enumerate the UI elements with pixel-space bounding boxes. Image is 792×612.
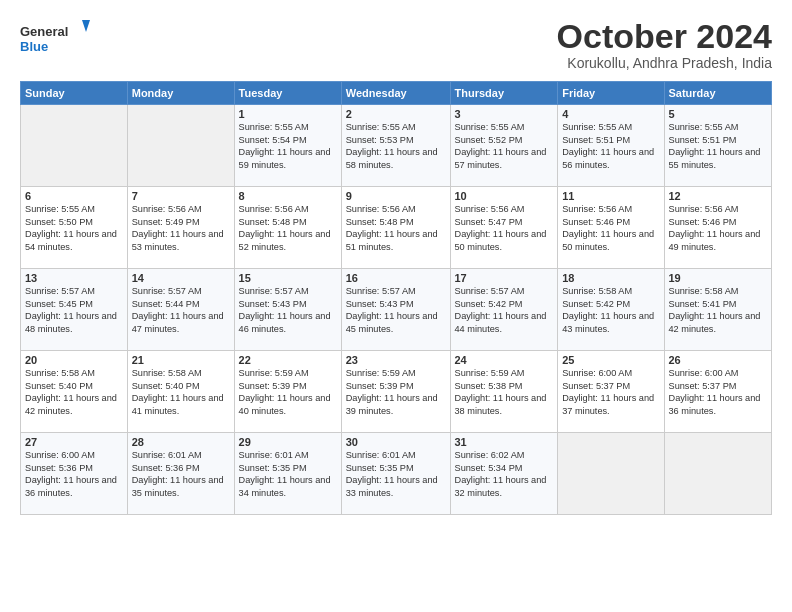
day-number: 15 [239,272,337,284]
day-info: Sunrise: 5:56 AMSunset: 5:46 PMDaylight:… [562,203,659,253]
day-info: Sunrise: 5:57 AMSunset: 5:44 PMDaylight:… [132,285,230,335]
calendar-cell: 26Sunrise: 6:00 AMSunset: 5:37 PMDayligh… [664,351,772,433]
day-info: Sunrise: 5:58 AMSunset: 5:41 PMDaylight:… [669,285,768,335]
day-info: Sunrise: 5:55 AMSunset: 5:50 PMDaylight:… [25,203,123,253]
calendar-week-row: 13Sunrise: 5:57 AMSunset: 5:45 PMDayligh… [21,269,772,351]
calendar-cell [558,433,664,515]
col-wednesday: Wednesday [341,82,450,105]
calendar-cell: 22Sunrise: 5:59 AMSunset: 5:39 PMDayligh… [234,351,341,433]
day-number: 1 [239,108,337,120]
calendar-cell: 7Sunrise: 5:56 AMSunset: 5:49 PMDaylight… [127,187,234,269]
title-block: October 2024 Korukollu, Andhra Pradesh, … [557,18,772,71]
day-info: Sunrise: 5:58 AMSunset: 5:40 PMDaylight:… [25,367,123,417]
calendar-week-row: 27Sunrise: 6:00 AMSunset: 5:36 PMDayligh… [21,433,772,515]
col-thursday: Thursday [450,82,558,105]
calendar-cell: 8Sunrise: 5:56 AMSunset: 5:48 PMDaylight… [234,187,341,269]
header: General Blue October 2024 Korukollu, And… [20,18,772,71]
day-number: 28 [132,436,230,448]
svg-marker-2 [82,20,90,32]
day-info: Sunrise: 5:56 AMSunset: 5:48 PMDaylight:… [346,203,446,253]
day-number: 22 [239,354,337,366]
calendar-table: Sunday Monday Tuesday Wednesday Thursday… [20,81,772,515]
calendar-cell: 10Sunrise: 5:56 AMSunset: 5:47 PMDayligh… [450,187,558,269]
calendar-cell: 28Sunrise: 6:01 AMSunset: 5:36 PMDayligh… [127,433,234,515]
day-number: 19 [669,272,768,284]
day-info: Sunrise: 6:01 AMSunset: 5:35 PMDaylight:… [346,449,446,499]
calendar-cell [21,105,128,187]
calendar-cell: 20Sunrise: 5:58 AMSunset: 5:40 PMDayligh… [21,351,128,433]
calendar-cell: 2Sunrise: 5:55 AMSunset: 5:53 PMDaylight… [341,105,450,187]
day-number: 20 [25,354,123,366]
day-info: Sunrise: 5:58 AMSunset: 5:40 PMDaylight:… [132,367,230,417]
col-sunday: Sunday [21,82,128,105]
month-title: October 2024 [557,18,772,55]
day-info: Sunrise: 5:56 AMSunset: 5:48 PMDaylight:… [239,203,337,253]
day-info: Sunrise: 5:57 AMSunset: 5:43 PMDaylight:… [346,285,446,335]
logo-svg: General Blue [20,18,90,58]
calendar-cell: 3Sunrise: 5:55 AMSunset: 5:52 PMDaylight… [450,105,558,187]
calendar-page: General Blue October 2024 Korukollu, And… [0,0,792,525]
calendar-cell: 21Sunrise: 5:58 AMSunset: 5:40 PMDayligh… [127,351,234,433]
day-info: Sunrise: 5:55 AMSunset: 5:51 PMDaylight:… [562,121,659,171]
day-info: Sunrise: 5:56 AMSunset: 5:47 PMDaylight:… [455,203,554,253]
calendar-cell: 4Sunrise: 5:55 AMSunset: 5:51 PMDaylight… [558,105,664,187]
day-number: 4 [562,108,659,120]
day-number: 30 [346,436,446,448]
calendar-cell: 27Sunrise: 6:00 AMSunset: 5:36 PMDayligh… [21,433,128,515]
calendar-cell: 25Sunrise: 6:00 AMSunset: 5:37 PMDayligh… [558,351,664,433]
day-number: 16 [346,272,446,284]
day-number: 25 [562,354,659,366]
day-number: 6 [25,190,123,202]
day-number: 10 [455,190,554,202]
day-number: 26 [669,354,768,366]
calendar-week-row: 6Sunrise: 5:55 AMSunset: 5:50 PMDaylight… [21,187,772,269]
svg-text:General: General [20,24,68,39]
day-info: Sunrise: 5:55 AMSunset: 5:53 PMDaylight:… [346,121,446,171]
day-info: Sunrise: 6:00 AMSunset: 5:37 PMDaylight:… [669,367,768,417]
day-info: Sunrise: 6:01 AMSunset: 5:36 PMDaylight:… [132,449,230,499]
day-number: 23 [346,354,446,366]
day-info: Sunrise: 6:00 AMSunset: 5:37 PMDaylight:… [562,367,659,417]
location-subtitle: Korukollu, Andhra Pradesh, India [557,55,772,71]
day-number: 24 [455,354,554,366]
day-info: Sunrise: 5:57 AMSunset: 5:45 PMDaylight:… [25,285,123,335]
calendar-cell: 11Sunrise: 5:56 AMSunset: 5:46 PMDayligh… [558,187,664,269]
day-info: Sunrise: 5:56 AMSunset: 5:46 PMDaylight:… [669,203,768,253]
calendar-cell: 5Sunrise: 5:55 AMSunset: 5:51 PMDaylight… [664,105,772,187]
calendar-cell: 24Sunrise: 5:59 AMSunset: 5:38 PMDayligh… [450,351,558,433]
day-number: 8 [239,190,337,202]
calendar-cell: 13Sunrise: 5:57 AMSunset: 5:45 PMDayligh… [21,269,128,351]
calendar-cell: 19Sunrise: 5:58 AMSunset: 5:41 PMDayligh… [664,269,772,351]
day-number: 12 [669,190,768,202]
day-number: 9 [346,190,446,202]
calendar-cell [127,105,234,187]
day-info: Sunrise: 5:55 AMSunset: 5:52 PMDaylight:… [455,121,554,171]
day-number: 21 [132,354,230,366]
calendar-cell: 17Sunrise: 5:57 AMSunset: 5:42 PMDayligh… [450,269,558,351]
calendar-cell: 15Sunrise: 5:57 AMSunset: 5:43 PMDayligh… [234,269,341,351]
day-number: 18 [562,272,659,284]
calendar-cell: 30Sunrise: 6:01 AMSunset: 5:35 PMDayligh… [341,433,450,515]
day-info: Sunrise: 5:59 AMSunset: 5:39 PMDaylight:… [239,367,337,417]
calendar-cell: 6Sunrise: 5:55 AMSunset: 5:50 PMDaylight… [21,187,128,269]
day-number: 5 [669,108,768,120]
calendar-cell: 12Sunrise: 5:56 AMSunset: 5:46 PMDayligh… [664,187,772,269]
calendar-cell: 16Sunrise: 5:57 AMSunset: 5:43 PMDayligh… [341,269,450,351]
calendar-cell: 29Sunrise: 6:01 AMSunset: 5:35 PMDayligh… [234,433,341,515]
calendar-header-row: Sunday Monday Tuesday Wednesday Thursday… [21,82,772,105]
day-info: Sunrise: 5:55 AMSunset: 5:54 PMDaylight:… [239,121,337,171]
svg-text:Blue: Blue [20,39,48,54]
day-number: 7 [132,190,230,202]
calendar-cell: 1Sunrise: 5:55 AMSunset: 5:54 PMDaylight… [234,105,341,187]
calendar-week-row: 20Sunrise: 5:58 AMSunset: 5:40 PMDayligh… [21,351,772,433]
day-info: Sunrise: 5:58 AMSunset: 5:42 PMDaylight:… [562,285,659,335]
day-number: 29 [239,436,337,448]
day-number: 17 [455,272,554,284]
calendar-cell [664,433,772,515]
calendar-week-row: 1Sunrise: 5:55 AMSunset: 5:54 PMDaylight… [21,105,772,187]
day-info: Sunrise: 5:59 AMSunset: 5:38 PMDaylight:… [455,367,554,417]
day-number: 13 [25,272,123,284]
calendar-cell: 9Sunrise: 5:56 AMSunset: 5:48 PMDaylight… [341,187,450,269]
day-number: 11 [562,190,659,202]
day-number: 3 [455,108,554,120]
